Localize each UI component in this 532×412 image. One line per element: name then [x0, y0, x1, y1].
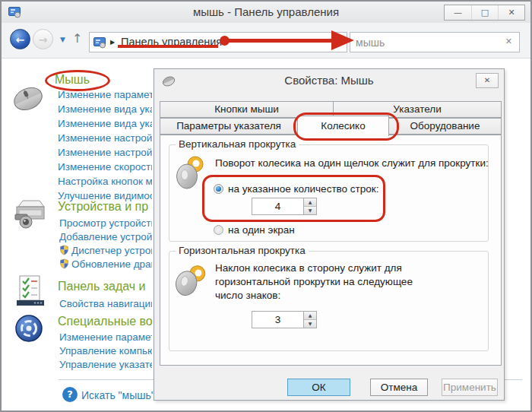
- sidebar-link[interactable]: Управление компьюте: [59, 344, 152, 358]
- horizontal-scroll-group: Горизонтальная прокрутка Наклон колесика…: [169, 251, 489, 351]
- control-panel-icon: [93, 36, 106, 49]
- forward-button[interactable]: →: [33, 29, 53, 49]
- sidebar-link[interactable]: Управление указателе: [59, 358, 152, 372]
- sidebar-link[interactable]: Изменение вида указа: [58, 102, 152, 116]
- uac-shield-icon: [59, 245, 69, 255]
- vertical-scroll-description: Поворот колесика на один щелчок служит д…: [215, 157, 489, 169]
- window-titlebar[interactable]: мышь - Панель управления — □ ✕: [2, 2, 530, 23]
- search-input[interactable]: [356, 33, 496, 51]
- up-button[interactable]: ↑: [72, 31, 82, 46]
- search-clear-icon[interactable]: ✕: [505, 36, 512, 46]
- sidebar-link[interactable]: Просмотр устройств и: [59, 217, 152, 230]
- sidebar-link-admin[interactable]: Обновление драйве: [59, 258, 152, 271]
- annotation-arrow-head: [331, 30, 354, 50]
- tab-hardware[interactable]: Оборудование: [388, 118, 502, 135]
- mouse-wheel-icon: [176, 154, 206, 192]
- window-controls: — □ ✕: [444, 5, 525, 21]
- chars-value[interactable]: 3: [252, 312, 303, 328]
- apply-button[interactable]: Применить: [442, 379, 498, 396]
- devices-printers-icon: [12, 199, 49, 231]
- cancel-button[interactable]: Отмена: [370, 379, 428, 396]
- annotation-underline: [118, 45, 218, 48]
- horizontal-scroll-group-title: Горизонтальная прокрутка: [176, 245, 309, 256]
- sidebar-link[interactable]: Изменение параметро: [59, 331, 152, 344]
- radio-screen[interactable]: [214, 225, 223, 235]
- wheel-tab-page: Вертикальная прокрутка Поворот колесика …: [160, 135, 502, 366]
- dialog-titlebar[interactable]: Свойства: Мышь ✕: [154, 69, 504, 92]
- sidebar-link[interactable]: Настройка кнопок мы: [58, 174, 152, 189]
- sidebar-links-ease-of-access: Изменение параметро Управление компьюте …: [59, 331, 152, 372]
- mouse-wheel-tilt-icon: [176, 262, 206, 300]
- taskbar-navigation-icon: [15, 275, 46, 307]
- dialog-title: Свойства: Мышь: [154, 74, 504, 87]
- chars-spin-buttons: ▲ ▼: [303, 312, 316, 328]
- breadcrumb[interactable]: Панель управления: [121, 33, 222, 52]
- sidebar-link-admin[interactable]: Диспетчер устройс: [59, 244, 152, 258]
- sidebar-links-taskbar: Свойства навигации: [59, 297, 152, 311]
- close-button[interactable]: ✕: [498, 5, 524, 20]
- annotation-circle-lines-option: [202, 175, 385, 222]
- sidebar-header-taskbar[interactable]: Панель задач и: [58, 280, 146, 293]
- sidebar-links-mouse: Изменение параметро Изменение вида указа…: [58, 87, 152, 203]
- sidebar-link-label: Обновление драйве: [71, 258, 152, 270]
- sidebar-link-label: Диспетчер устройс: [71, 245, 152, 256]
- help-icon: ?: [62, 387, 78, 402]
- control-panel-icon: [8, 6, 21, 18]
- uac-shield-icon: [59, 258, 69, 269]
- mouse-icon: [8, 81, 49, 117]
- control-panel-window: мышь - Панель управления — □ ✕ ← → ▼ ↑ ▶: [0, 0, 532, 412]
- tab-pointer-options[interactable]: Параметры указателя: [160, 118, 298, 135]
- horizontal-scroll-description: Наклон колесика в сторону служит для гор…: [215, 261, 413, 303]
- sidebar-header-devices[interactable]: Устройства и пр: [58, 200, 148, 214]
- history-dropdown-icon[interactable]: ▼: [60, 36, 65, 43]
- chars-spinner: 3 ▲ ▼: [252, 311, 317, 328]
- annotation-arrow-line: [225, 39, 333, 43]
- spin-down-button[interactable]: ▼: [304, 320, 316, 328]
- search-box: ✕: [350, 32, 520, 52]
- sidebar-link[interactable]: Изменение настройки: [58, 131, 152, 145]
- sidebar-link[interactable]: Изменение настройки: [58, 145, 152, 160]
- radio-screen-label: на один экран: [228, 224, 295, 236]
- radio-row-screen[interactable]: на один экран: [214, 224, 295, 236]
- search-help-link[interactable]: Искать "мышь" в центре спр: [81, 389, 154, 401]
- breadcrumb-separator-icon: ▶: [110, 39, 115, 46]
- ease-of-access-icon: [14, 313, 44, 344]
- sidebar-link[interactable]: Добавление устройств: [59, 230, 152, 244]
- sidebar-link[interactable]: Изменение скорости п: [58, 160, 152, 174]
- vertical-scroll-group-title: Вертикальная прокрутка: [176, 138, 299, 150]
- sidebar-link[interactable]: Изменение вида указа: [58, 116, 152, 131]
- dialog-close-button[interactable]: ✕: [476, 73, 499, 88]
- mouse-properties-dialog: Свойства: Мышь ✕ Кнопки мыши Указатели П…: [154, 68, 505, 401]
- minimize-button[interactable]: —: [445, 5, 471, 20]
- spin-up-button[interactable]: ▲: [304, 312, 316, 320]
- sidebar-links-devices: Просмотр устройств и Добавление устройст…: [59, 217, 152, 271]
- sidebar-header-ease-of-access[interactable]: Специальные во: [58, 315, 153, 328]
- ok-button[interactable]: ОК: [287, 379, 350, 396]
- maximize-button[interactable]: □: [471, 5, 498, 20]
- annotation-circle-mouse: [45, 70, 110, 91]
- back-button[interactable]: ←: [10, 29, 30, 49]
- sidebar-link[interactable]: Свойства навигации: [59, 297, 152, 311]
- annotation-circle-wheel-tab: [293, 113, 399, 141]
